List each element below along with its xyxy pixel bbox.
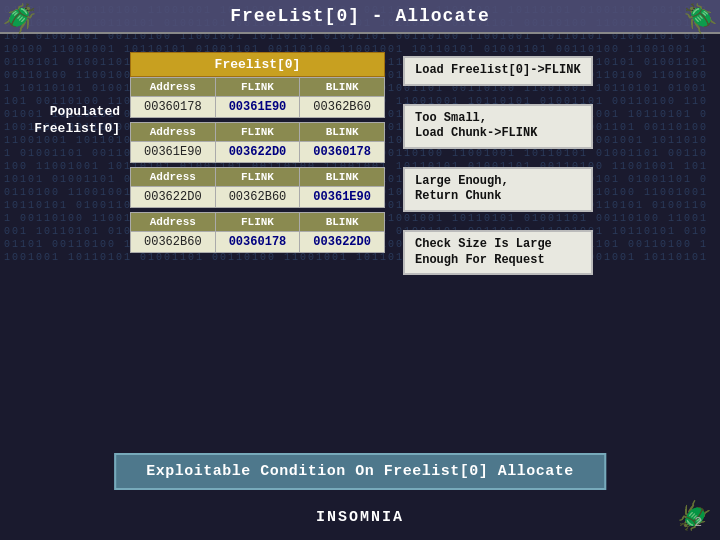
populated-label: PopulatedFreelist[0] — [34, 104, 120, 138]
col-address-0: Address — [131, 78, 216, 97]
cell-blink-3-0: 003622D0 — [300, 232, 385, 253]
freelist-header: Freelist[0] — [130, 52, 385, 77]
col-address-2: Address — [131, 168, 216, 187]
table-block-1: Address FLINK BLINK 00361E90 003622D0 00… — [130, 122, 385, 163]
cell-flink-2-0: 00362B60 — [215, 187, 300, 208]
table-block-2: Address FLINK BLINK 003622D0 00362B60 00… — [130, 167, 385, 208]
freelist-tables: Freelist[0] Address FLINK BLINK 00360178… — [130, 52, 385, 257]
cell-addr-2-0: 003622D0 — [131, 187, 216, 208]
mem-table-2: Address FLINK BLINK 003622D0 00362B60 00… — [130, 167, 385, 208]
col-blink-1: BLINK — [300, 123, 385, 142]
cell-addr-3-0: 00362B60 — [131, 232, 216, 253]
col-blink-3: BLINK — [300, 213, 385, 232]
spacer-3 — [403, 216, 593, 226]
col-address-1: Address — [131, 123, 216, 142]
cell-addr-1-0: 00361E90 — [131, 142, 216, 163]
spacer-2 — [403, 153, 593, 163]
cell-blink-2-0: 00361E90 — [300, 187, 385, 208]
mem-table-0: Address FLINK BLINK 00360178 00361E90 00… — [130, 77, 385, 118]
mem-table-3: Address FLINK BLINK 00362B60 00360178 00… — [130, 212, 385, 253]
page-title: FreeList[0] - Allocate — [0, 0, 720, 34]
col-address-3: Address — [131, 213, 216, 232]
col-flink-3: FLINK — [215, 213, 300, 232]
cell-blink-0-0: 00362B60 — [300, 97, 385, 118]
cell-flink-1-0: 003622D0 — [215, 142, 300, 163]
col-blink-0: BLINK — [300, 78, 385, 97]
main-content: PopulatedFreelist[0] Freelist[0] Address… — [0, 34, 720, 285]
annotation-check-size: Check Size Is LargeEnough For Request — [403, 230, 593, 275]
bug-top-left-icon: 🪲 — [2, 2, 37, 36]
footer-logo: INSOMNIA — [316, 509, 404, 526]
table-row: 00361E90 003622D0 00360178 — [131, 142, 385, 163]
cell-flink-3-0: 00360178 — [215, 232, 300, 253]
spacer-1 — [403, 90, 593, 100]
cell-blink-1-0: 00360178 — [300, 142, 385, 163]
table-row: 00360178 00361E90 00362B60 — [131, 97, 385, 118]
annotations-area: Load Freelist[0]->FLINK Too Small,Load C… — [403, 52, 593, 275]
page-number: 2 — [694, 515, 702, 530]
table-row: 00362B60 00360178 003622D0 — [131, 232, 385, 253]
col-flink-0: FLINK — [215, 78, 300, 97]
col-flink-2: FLINK — [215, 168, 300, 187]
table-block-3: Address FLINK BLINK 00362B60 00360178 00… — [130, 212, 385, 253]
annotation-too-small: Too Small,Load Chunk->FLINK — [403, 104, 593, 149]
annotation-large-enough: Large Enough,Return Chunk — [403, 167, 593, 212]
col-flink-1: FLINK — [215, 123, 300, 142]
table-block-0: Address FLINK BLINK 00360178 00361E90 00… — [130, 77, 385, 118]
cell-addr-0-0: 00360178 — [131, 97, 216, 118]
bug-top-right-icon: 🪲 — [683, 2, 718, 36]
exploitable-condition-box: Exploitable Condition On Freelist[0] All… — [114, 453, 606, 490]
annotation-load-flink: Load Freelist[0]->FLINK — [403, 56, 593, 86]
left-label-area: PopulatedFreelist[0] — [30, 52, 120, 138]
mem-table-1: Address FLINK BLINK 00361E90 003622D0 00… — [130, 122, 385, 163]
col-blink-2: BLINK — [300, 168, 385, 187]
table-row: 003622D0 00362B60 00361E90 — [131, 187, 385, 208]
cell-flink-0-0: 00361E90 — [215, 97, 300, 118]
